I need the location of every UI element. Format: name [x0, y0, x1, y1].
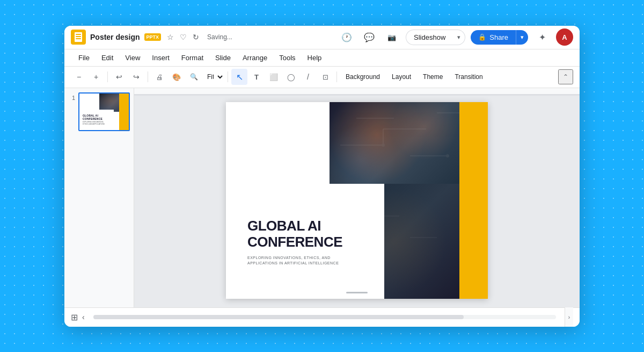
- slide-item-1[interactable]: 1 GLOBAL AICONFERENCE EXPLORING INNOVATI…: [69, 92, 129, 131]
- zoom-in-button[interactable]: +: [88, 69, 104, 85]
- menu-arrange[interactable]: Arrange: [237, 52, 273, 64]
- toolbar-right: 🕐 💬 📷 Slideshow ▾ 🔒 Share ▾ ✦ A: [338, 28, 573, 46]
- slide-yellow-bar: [459, 102, 488, 299]
- slideshow-group: Slideshow ▾: [406, 30, 465, 45]
- zoom-search-button[interactable]: 🔍: [186, 69, 202, 85]
- canvas-wrapper: GLOBAL AI CONFERENCE EXPLORING INNOVATIO…: [226, 102, 488, 299]
- user-avatar[interactable]: A: [556, 28, 573, 46]
- apps-star-button[interactable]: ✦: [533, 28, 551, 46]
- slideshow-button[interactable]: Slideshow: [406, 30, 453, 45]
- svg-point-4: [382, 143, 385, 147]
- slide-subtitle: EXPLORING INNOVATIONS, ETHICS, AND APPLI…: [247, 255, 339, 267]
- menu-edit[interactable]: Edit: [96, 52, 119, 64]
- canvas-area: // Will be generated by JS below: [134, 88, 580, 307]
- share-button[interactable]: 🔒 Share: [471, 30, 516, 45]
- title-bar: Poster design PPTX ☆ ♡ ↻ Saving... 🕐 💬 📷…: [64, 26, 580, 49]
- menu-format[interactable]: Format: [176, 52, 209, 64]
- bottom-bar: ⊞ ‹ ›: [64, 307, 580, 327]
- slide-number-1: 1: [69, 92, 75, 101]
- scrollbar-thumb: [93, 315, 464, 319]
- main-area: 1 GLOBAL AICONFERENCE EXPLORING INNOVATI…: [64, 88, 580, 307]
- text-tool-button[interactable]: T: [248, 69, 265, 85]
- transition-button[interactable]: Transition: [449, 71, 488, 83]
- slide-title: GLOBAL AI CONFERENCE: [247, 218, 342, 250]
- menu-view[interactable]: View: [120, 52, 145, 64]
- camera-button[interactable]: 📷: [383, 28, 400, 46]
- chevron-left-icon[interactable]: ‹: [82, 313, 85, 321]
- layout-button[interactable]: Layout: [386, 71, 416, 83]
- sync-icon[interactable]: ↻: [191, 32, 201, 42]
- pptx-badge: PPTX: [144, 33, 162, 41]
- menu-slide[interactable]: Slide: [210, 52, 236, 64]
- shapes-tool-button[interactable]: ◯: [283, 69, 299, 85]
- menu-bar: File Edit View Insert Format Slide Arran…: [64, 49, 580, 67]
- undo-button[interactable]: ↩: [111, 69, 127, 85]
- comment-button[interactable]: 💬: [361, 28, 378, 46]
- paint-button[interactable]: 🎨: [169, 69, 185, 85]
- canvas-scroll-indicator: [346, 292, 368, 293]
- mini-slide-subtitle: EXPLORING INNOVATIONS,ETHICS, AND APPLIC…: [83, 121, 105, 126]
- app-window: Poster design PPTX ☆ ♡ ↻ Saving... 🕐 💬 📷…: [64, 26, 580, 327]
- toolbar: − + ↩ ↪ 🖨 🎨 🔍 Fit 50% 75% 100% ↖ T ⬜ ◯ /…: [64, 67, 580, 88]
- print-button[interactable]: 🖨: [151, 69, 167, 85]
- ruler-ticks: // Will be generated by JS below: [134, 89, 580, 96]
- mini-yellow-bar: [119, 94, 129, 130]
- zoom-out-button[interactable]: −: [71, 69, 87, 85]
- slide-thumbnail-1[interactable]: GLOBAL AICONFERENCE EXPLORING INNOVATION…: [78, 92, 130, 131]
- svg-point-6: [446, 154, 449, 157]
- bottom-scrollbar[interactable]: [93, 315, 556, 319]
- grid-view-icon[interactable]: ⊞: [71, 312, 78, 322]
- title-icons: ☆ ♡ ↻: [165, 32, 201, 42]
- saving-status: Saving...: [207, 33, 232, 41]
- share-dropdown-button[interactable]: ▾: [516, 30, 528, 45]
- share-group: 🔒 Share ▾: [471, 30, 528, 45]
- zoom-select[interactable]: Fit 50% 75% 100%: [203, 71, 224, 82]
- ruler-horizontal: // Will be generated by JS below: [134, 88, 580, 95]
- menu-help[interactable]: Help: [302, 52, 327, 64]
- bookmark-icon[interactable]: ♡: [178, 32, 188, 42]
- collapse-toolbar-button[interactable]: ⌃: [558, 69, 573, 84]
- menu-tools[interactable]: Tools: [274, 52, 301, 64]
- redo-button[interactable]: ↪: [128, 69, 144, 85]
- select-tool-button[interactable]: ↖: [231, 69, 247, 85]
- history-button[interactable]: 🕐: [338, 28, 355, 46]
- theme-button[interactable]: Theme: [418, 71, 448, 83]
- slide-canvas[interactable]: GLOBAL AI CONFERENCE EXPLORING INNOVATIO…: [226, 102, 488, 299]
- menu-insert[interactable]: Insert: [147, 52, 175, 64]
- line-tool-button[interactable]: /: [300, 69, 316, 85]
- image-tool-button[interactable]: ⬜: [266, 69, 282, 85]
- background-button[interactable]: Background: [340, 71, 385, 83]
- star-icon[interactable]: ☆: [165, 32, 175, 42]
- menu-file[interactable]: File: [73, 52, 95, 64]
- slides-panel: 1 GLOBAL AICONFERENCE EXPLORING INNOVATI…: [64, 88, 134, 307]
- doc-icon: [71, 30, 86, 45]
- more-tools-button[interactable]: ⊡: [317, 69, 333, 85]
- mini-slide-title: GLOBAL AICONFERENCE: [83, 114, 103, 120]
- slideshow-dropdown-button[interactable]: ▾: [453, 30, 465, 45]
- scroll-collapse-button[interactable]: ›: [565, 307, 573, 327]
- document-title: Poster design: [90, 33, 140, 41]
